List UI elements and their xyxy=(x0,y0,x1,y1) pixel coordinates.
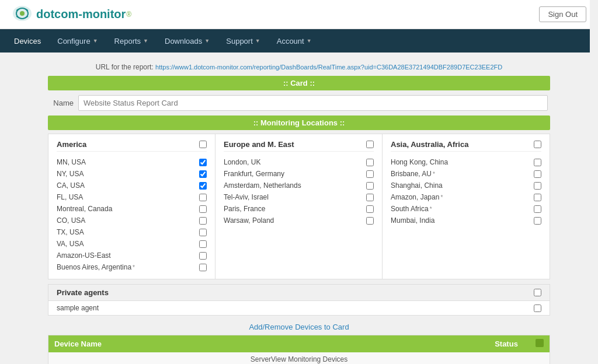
checkbox-sample-agent[interactable] xyxy=(534,304,541,312)
location-ny-usa: NY, USA xyxy=(57,168,207,180)
asia-select-all-checkbox[interactable] xyxy=(534,141,541,148)
configure-arrow-icon: ▼ xyxy=(93,38,98,44)
nav-item-support[interactable]: Support ▼ xyxy=(218,29,268,52)
location-co-usa: CO, USA xyxy=(57,215,207,226)
checkbox-brisbane-au[interactable] xyxy=(534,170,541,178)
checkbox-hong-kong-china[interactable] xyxy=(534,159,541,166)
amazon-japan-asterisk: * xyxy=(440,194,443,201)
location-warsaw-poland: Warsaw, Poland xyxy=(224,215,374,226)
logo-text: dotcom-monitor xyxy=(36,8,126,21)
group-name-cell: ServerView Monitoring Devices xyxy=(48,352,550,364)
location-shanghai-china: Shanghai, China xyxy=(391,180,541,191)
name-input[interactable] xyxy=(78,95,548,111)
checkbox-frankfurt-germany[interactable] xyxy=(366,170,374,178)
location-london-uk: London, UK xyxy=(224,156,374,168)
checkbox-montreal-canada[interactable] xyxy=(199,205,207,213)
top-bar: dotcom-monitor ® Sign Out xyxy=(0,0,598,29)
checkbox-co-usa[interactable] xyxy=(199,217,207,225)
location-tx-usa: TX, USA xyxy=(57,226,207,238)
nav-bar: Devices Configure ▼ Reports ▼ Downloads … xyxy=(0,29,598,52)
device-table: Device Name Status ServerView Monitoring… xyxy=(48,335,550,364)
checkbox-tx-usa[interactable] xyxy=(199,229,207,236)
location-va-usa: VA, USA xyxy=(57,238,207,250)
location-hong-kong-china: Hong Kong, China xyxy=(391,156,541,168)
nav-item-reports[interactable]: Reports ▼ xyxy=(106,29,157,52)
checkbox-mumbai-india[interactable] xyxy=(534,217,541,225)
reports-arrow-icon: ▼ xyxy=(143,38,148,44)
checkbox-warsaw-poland[interactable] xyxy=(366,217,374,225)
location-brisbane-au: Brisbane, AU* xyxy=(391,168,541,180)
checkbox-amsterdam-netherlands[interactable] xyxy=(366,182,374,190)
private-agents-header: Private agents xyxy=(48,285,550,301)
location-mumbai-india: Mumbai, India xyxy=(391,215,541,226)
support-arrow-icon: ▼ xyxy=(255,38,260,44)
nav-item-account[interactable]: Account ▼ xyxy=(269,29,320,52)
location-amsterdam-netherlands: Amsterdam, Netherlands xyxy=(224,180,374,191)
checkbox-va-usa[interactable] xyxy=(199,240,207,248)
checkbox-mn-usa[interactable] xyxy=(199,159,207,166)
checkbox-buenos-aires[interactable] xyxy=(199,264,207,271)
scrollbar[interactable] xyxy=(590,0,598,364)
sign-out-button[interactable]: Sign Out xyxy=(539,6,586,22)
checkbox-shanghai-china[interactable] xyxy=(534,182,541,190)
location-buenos-aires: Buenos Aires, Argentina* xyxy=(57,261,207,273)
nav-item-downloads[interactable]: Downloads ▼ xyxy=(157,29,218,52)
locations-grid: America MN, USA NY, USA CA, USA FL, USA … xyxy=(48,134,550,279)
add-remove-link: Add/Remove Devices to Card xyxy=(48,323,550,331)
location-montreal-canada: Montreal, Canada xyxy=(57,203,207,215)
status-column-header: Status xyxy=(483,335,530,353)
location-fl-usa: FL, USA xyxy=(57,191,207,203)
private-agents-section: Private agents sample agent xyxy=(48,284,550,316)
name-label: Name xyxy=(50,99,74,107)
checkbox-fl-usa[interactable] xyxy=(199,194,207,201)
location-amazon-japan: Amazon, Japan* xyxy=(391,191,541,203)
downloads-arrow-icon: ▼ xyxy=(204,38,210,44)
group-row-serverview: ServerView Monitoring Devices xyxy=(48,352,550,364)
europe-select-all-checkbox[interactable] xyxy=(366,141,374,148)
location-tel-aviv-israel: Tel-Aviv, Israel xyxy=(224,191,374,203)
europe-column: Europe and M. East London, UK Frankfurt,… xyxy=(215,134,383,279)
location-frankfurt-germany: Frankfurt, Germany xyxy=(224,168,374,180)
location-amazon-us-east: Amazon-US-East xyxy=(57,250,207,261)
location-mn-usa: MN, USA xyxy=(57,156,207,168)
private-agent-sample: sample agent xyxy=(48,301,550,315)
america-select-all-checkbox[interactable] xyxy=(199,141,207,148)
table-action-icon xyxy=(536,339,544,347)
card-section-header: :: Card :: xyxy=(48,76,550,90)
europe-header: Europe and M. East xyxy=(224,140,374,152)
url-line: URL for the report: https://www1.dotcom-… xyxy=(48,63,550,71)
action-column-header xyxy=(530,335,550,353)
checkbox-amazon-japan[interactable] xyxy=(534,194,541,201)
checkbox-paris-france[interactable] xyxy=(366,205,374,213)
checkbox-amazon-us-east[interactable] xyxy=(199,252,207,260)
location-south-africa: South Africa* xyxy=(391,203,541,215)
checkbox-london-uk[interactable] xyxy=(366,159,374,166)
checkbox-ny-usa[interactable] xyxy=(199,170,207,178)
checkbox-tel-aviv-israel[interactable] xyxy=(366,194,374,201)
nav-item-configure[interactable]: Configure ▼ xyxy=(49,29,106,52)
america-column: America MN, USA NY, USA CA, USA FL, USA … xyxy=(48,134,215,279)
buenos-aires-asterisk: * xyxy=(133,264,135,271)
device-name-column-header: Device Name xyxy=(48,335,484,353)
logo-trademark: ® xyxy=(126,10,131,19)
svg-point-2 xyxy=(20,11,25,16)
south-africa-asterisk: * xyxy=(430,206,432,212)
location-ca-usa: CA, USA xyxy=(57,180,207,191)
name-row: Name xyxy=(48,95,550,111)
add-remove-devices-link[interactable]: Add/Remove Devices to Card xyxy=(249,323,349,331)
asia-column: Asia, Australia, Africa Hong Kong, China… xyxy=(383,134,550,279)
america-header: America xyxy=(57,140,207,152)
location-paris-france: Paris, France xyxy=(224,203,374,215)
checkbox-south-africa[interactable] xyxy=(534,205,541,213)
account-arrow-icon: ▼ xyxy=(307,38,312,44)
nav-item-devices[interactable]: Devices xyxy=(6,29,49,52)
report-url-link[interactable]: https://www1.dotcom-monitor.com/reportin… xyxy=(155,64,502,71)
asia-header: Asia, Australia, Africa xyxy=(391,140,541,152)
logo-area: dotcom-monitor ® xyxy=(12,5,131,24)
brisbane-asterisk: * xyxy=(433,171,435,177)
logo-icon xyxy=(12,5,33,24)
main-content: URL for the report: https://www1.dotcom-… xyxy=(36,52,562,364)
private-agents-select-all-checkbox[interactable] xyxy=(534,289,541,296)
monitoring-locations-header: :: Monitoring Locations :: xyxy=(48,116,550,130)
checkbox-ca-usa[interactable] xyxy=(199,182,207,190)
